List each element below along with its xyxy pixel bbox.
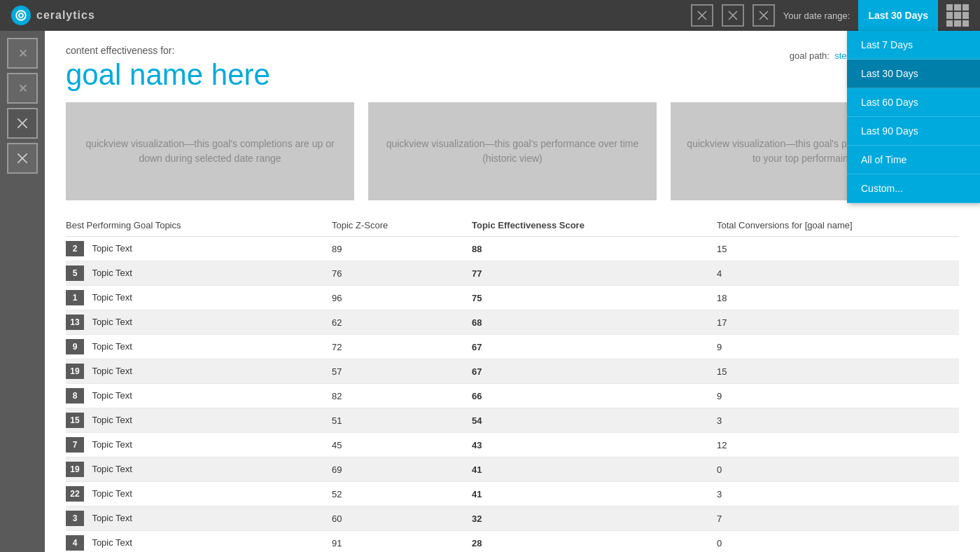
topic-text: Topic Text bbox=[92, 415, 132, 425]
zscore-cell: 51 bbox=[332, 415, 472, 426]
col-header-conversions: Total Conversions for [goal name] bbox=[717, 220, 959, 230]
topic-cell: 8 Topic Text bbox=[66, 388, 332, 403]
topic-text: Topic Text bbox=[92, 341, 132, 352]
table-row: 9 Topic Text 72 67 9 bbox=[66, 335, 959, 359]
header-left: content effectiveness for: goal name her… bbox=[66, 45, 270, 91]
effectiveness-cell: 54 bbox=[472, 415, 682, 426]
table-row: 5 Topic Text 76 77 4 bbox=[66, 261, 959, 286]
grid-view-icon[interactable] bbox=[946, 4, 969, 27]
viz-panel-2: quickview visualization—this goal's perf… bbox=[368, 102, 657, 200]
topic-text: Topic Text bbox=[92, 390, 132, 401]
topic-text: Topic Text bbox=[92, 366, 132, 376]
topic-cell: 9 Topic Text bbox=[66, 339, 332, 354]
zscore-cell: 45 bbox=[332, 440, 472, 450]
dropdown-item-last30[interactable]: Last 30 Days bbox=[847, 60, 980, 88]
logo-icon bbox=[11, 6, 31, 25]
zscore-cell: 82 bbox=[332, 391, 472, 401]
sidebar-item-1[interactable]: ✕ bbox=[7, 38, 38, 69]
svg-point-0 bbox=[16, 11, 26, 20]
zscore-cell: 69 bbox=[332, 464, 472, 475]
rank-badge: 13 bbox=[66, 315, 84, 330]
date-range-dropdown: Last 7 Days Last 30 Days Last 60 Days La… bbox=[847, 31, 980, 203]
effectiveness-cell: 75 bbox=[472, 293, 682, 303]
topic-text: Topic Text bbox=[92, 268, 132, 278]
rank-badge: 4 bbox=[66, 535, 84, 551]
logo-text: ceralytics bbox=[36, 9, 95, 22]
topic-cell: 15 Topic Text bbox=[66, 413, 332, 428]
table-row: 22 Topic Text 52 41 3 bbox=[66, 482, 959, 506]
nav-icon-1[interactable] bbox=[691, 4, 713, 27]
conversions-cell: 9 bbox=[717, 391, 959, 401]
topic-cell: 19 Topic Text bbox=[66, 364, 332, 379]
rank-badge: 15 bbox=[66, 413, 84, 428]
rank-badge: 19 bbox=[66, 364, 84, 379]
rank-badge: 22 bbox=[66, 486, 84, 502]
sidebar-item-2[interactable]: ✕ bbox=[7, 73, 38, 104]
dropdown-item-last90[interactable]: Last 90 Days bbox=[847, 117, 980, 146]
rank-badge: 3 bbox=[66, 511, 84, 526]
sidebar-item-4[interactable] bbox=[7, 143, 38, 174]
effectiveness-cell: 77 bbox=[472, 268, 682, 279]
table-row: 7 Topic Text 45 43 12 bbox=[66, 433, 959, 457]
effectiveness-cell: 66 bbox=[472, 391, 682, 401]
nav-icon-3[interactable] bbox=[752, 4, 775, 27]
table-row: 2 Topic Text 89 88 15 bbox=[66, 237, 959, 261]
table-row: 4 Topic Text 91 28 0 bbox=[66, 531, 959, 552]
topic-text: Topic Text bbox=[92, 317, 132, 327]
conversions-cell: 3 bbox=[717, 489, 959, 499]
rank-badge: 5 bbox=[66, 265, 84, 281]
effectiveness-cell: 32 bbox=[472, 513, 682, 524]
topic-cell: 3 Topic Text bbox=[66, 511, 332, 526]
viz-text-2: quickview visualization—this goal's perf… bbox=[382, 137, 643, 166]
rank-badge: 9 bbox=[66, 339, 84, 354]
effectiveness-cell: 41 bbox=[472, 464, 682, 475]
topic-cell: 4 Topic Text bbox=[66, 535, 332, 551]
date-range-button[interactable]: Last 30 Days bbox=[858, 0, 938, 31]
page-header: content effectiveness for: goal name her… bbox=[45, 31, 980, 102]
content-label: content effectiveness for: bbox=[66, 45, 270, 56]
conversions-cell: 17 bbox=[717, 317, 959, 328]
rank-badge: 19 bbox=[66, 462, 84, 477]
table-row: 1 Topic Text 96 75 18 bbox=[66, 286, 959, 310]
table-row: 13 Topic Text 62 68 17 bbox=[66, 310, 959, 335]
conversions-cell: 9 bbox=[717, 342, 959, 352]
table-row: 8 Topic Text 82 66 9 bbox=[66, 384, 959, 408]
zscore-cell: 89 bbox=[332, 244, 472, 254]
rank-badge: 7 bbox=[66, 437, 84, 453]
topic-text: Topic Text bbox=[92, 439, 132, 450]
rank-badge: 1 bbox=[66, 290, 84, 305]
nav-icon-2[interactable] bbox=[722, 4, 744, 27]
effectiveness-cell: 28 bbox=[472, 538, 682, 548]
date-range-label: Your date range: bbox=[783, 11, 850, 21]
col-header-effectiveness: Topic Effectiveness Score bbox=[472, 220, 682, 230]
dropdown-item-last60[interactable]: Last 60 Days bbox=[847, 88, 980, 117]
zscore-cell: 57 bbox=[332, 366, 472, 377]
dropdown-item-last7[interactable]: Last 7 Days bbox=[847, 31, 980, 60]
goal-name: goal name here bbox=[66, 59, 270, 91]
sidebar: ✕ ✕ bbox=[0, 31, 45, 552]
topic-text: Topic Text bbox=[92, 464, 132, 474]
topic-cell: 1 Topic Text bbox=[66, 290, 332, 305]
topic-text: Topic Text bbox=[92, 537, 132, 548]
effectiveness-cell: 43 bbox=[472, 440, 682, 450]
viz-row: quickview visualization—this goal's comp… bbox=[45, 102, 980, 214]
content-area: content effectiveness for: goal name her… bbox=[45, 31, 980, 552]
zscore-cell: 62 bbox=[332, 317, 472, 328]
dropdown-item-custom[interactable]: Custom... bbox=[847, 174, 980, 203]
table-row: 19 Topic Text 69 41 0 bbox=[66, 457, 959, 482]
topic-text: Topic Text bbox=[92, 292, 132, 303]
topic-cell: 19 Topic Text bbox=[66, 462, 332, 477]
nav-right: Your date range: Last 30 Days bbox=[691, 0, 969, 31]
rank-badge: 2 bbox=[66, 241, 84, 256]
conversions-cell: 7 bbox=[717, 513, 959, 524]
topic-cell: 5 Topic Text bbox=[66, 265, 332, 281]
zscore-cell: 91 bbox=[332, 538, 472, 548]
zscore-cell: 96 bbox=[332, 293, 472, 303]
table-row: 3 Topic Text 60 32 7 bbox=[66, 506, 959, 531]
sidebar-item-3[interactable] bbox=[7, 108, 38, 139]
dropdown-item-alltime[interactable]: All of Time bbox=[847, 146, 980, 174]
viz-panel-1: quickview visualization—this goal's comp… bbox=[66, 102, 354, 200]
zscore-cell: 60 bbox=[332, 513, 472, 524]
topic-text: Topic Text bbox=[92, 488, 132, 499]
table-body: 2 Topic Text 89 88 15 5 Topic Text 76 77… bbox=[66, 237, 959, 552]
